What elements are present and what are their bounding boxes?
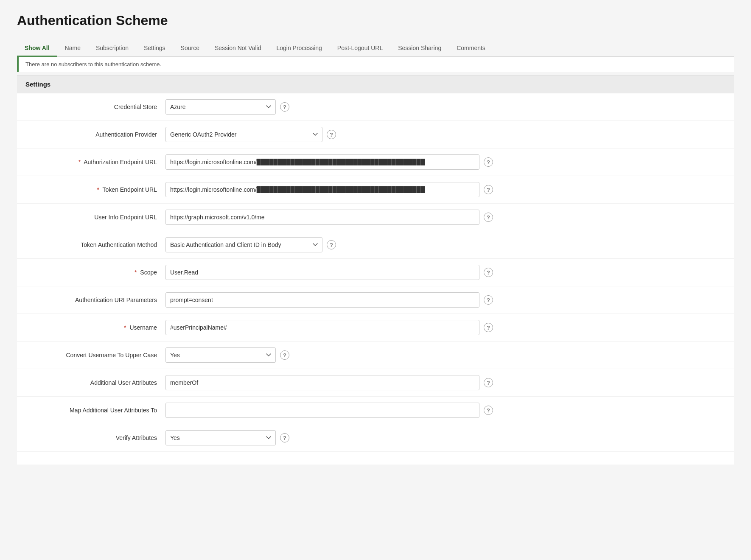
- map-additional-user-attrs-control: ?: [165, 403, 721, 418]
- convert-username-row: Convert Username To Upper Case Yes No ?: [17, 342, 734, 369]
- token-auth-method-help-icon[interactable]: ?: [327, 240, 336, 249]
- required-star-4: *: [124, 324, 126, 331]
- notice-text: There are no subscribers to this authent…: [25, 61, 161, 67]
- credential-store-select[interactable]: Azure Local LDAP: [165, 99, 276, 115]
- additional-user-attrs-row: Additional User Attributes memberOf ?: [17, 369, 734, 397]
- credential-store-label: Credential Store: [30, 104, 165, 110]
- token-auth-method-control: Basic Authentication and Client ID in Bo…: [165, 237, 721, 252]
- credential-store-row: Credential Store Azure Local LDAP ?: [17, 93, 734, 121]
- auth-uri-params-label: Authentication URI Parameters: [30, 297, 165, 303]
- scope-label: * Scope: [30, 269, 165, 276]
- settings-form: Credential Store Azure Local LDAP ? Auth…: [17, 93, 734, 465]
- auth-provider-label: Authentication Provider: [30, 131, 165, 138]
- verify-attributes-help-icon[interactable]: ?: [280, 433, 289, 442]
- user-info-endpoint-input[interactable]: https://graph.microsoft.com/v1.0/me: [165, 210, 479, 225]
- page-container: Authentication Scheme Show All Name Subs…: [0, 0, 751, 560]
- verify-attributes-label: Verify Attributes: [30, 434, 165, 441]
- username-help-icon[interactable]: ?: [484, 323, 493, 332]
- auth-provider-control: Generic OAuth2 Provider Azure AD Google …: [165, 127, 721, 142]
- page-title: Authentication Scheme: [17, 13, 734, 28]
- auth-uri-params-help-icon[interactable]: ?: [484, 295, 493, 305]
- map-additional-user-attrs-label: Map Additional User Attributes To: [30, 407, 165, 414]
- token-endpoint-row: * Token Endpoint URL ?: [17, 176, 734, 204]
- token-endpoint-input[interactable]: [165, 182, 479, 197]
- auth-provider-help-icon[interactable]: ?: [327, 130, 336, 139]
- tab-post-logout-url[interactable]: Post-Logout URL: [330, 40, 390, 57]
- username-control: #userPrincipalName# ?: [165, 320, 721, 335]
- token-endpoint-label: * Token Endpoint URL: [30, 186, 165, 193]
- verify-attributes-select[interactable]: Yes No: [165, 430, 276, 445]
- auth-provider-row: Authentication Provider Generic OAuth2 P…: [17, 121, 734, 148]
- additional-user-attrs-input[interactable]: memberOf: [165, 375, 479, 390]
- token-endpoint-input-container: [165, 182, 479, 197]
- tab-show-all[interactable]: Show All: [17, 40, 57, 57]
- auth-uri-params-row: Authentication URI Parameters prompt=con…: [17, 286, 734, 314]
- notice-bar: There are no subscribers to this authent…: [17, 57, 734, 72]
- map-additional-user-attrs-input[interactable]: [165, 403, 479, 418]
- authorization-endpoint-label: * Authorization Endpoint URL: [30, 159, 165, 165]
- scope-input[interactable]: User.Read: [165, 265, 479, 280]
- scope-control: User.Read ?: [165, 265, 721, 280]
- token-endpoint-control: ?: [165, 182, 721, 197]
- username-label: * Username: [30, 324, 165, 331]
- tab-session-sharing[interactable]: Session Sharing: [390, 40, 449, 57]
- tab-source[interactable]: Source: [173, 40, 207, 57]
- convert-username-select[interactable]: Yes No: [165, 347, 276, 363]
- required-star-2: *: [97, 186, 99, 193]
- username-row: * Username #userPrincipalName# ?: [17, 314, 734, 342]
- user-info-endpoint-help-icon[interactable]: ?: [484, 213, 493, 222]
- convert-username-label: Convert Username To Upper Case: [30, 352, 165, 358]
- username-input[interactable]: #userPrincipalName#: [165, 320, 479, 335]
- verify-attributes-control: Yes No ?: [165, 430, 721, 445]
- token-auth-method-select[interactable]: Basic Authentication and Client ID in Bo…: [165, 237, 322, 252]
- tab-session-not-valid[interactable]: Session Not Valid: [207, 40, 269, 57]
- credential-store-control: Azure Local LDAP ?: [165, 99, 721, 115]
- map-additional-user-attrs-help-icon[interactable]: ?: [484, 406, 493, 415]
- credential-store-help-icon[interactable]: ?: [280, 102, 289, 112]
- required-star: *: [78, 159, 81, 165]
- authorization-endpoint-input-container: [165, 154, 479, 170]
- convert-username-help-icon[interactable]: ?: [280, 350, 289, 360]
- additional-user-attrs-help-icon[interactable]: ?: [484, 378, 493, 387]
- map-additional-user-attrs-row: Map Additional User Attributes To ?: [17, 397, 734, 424]
- user-info-endpoint-row: User Info Endpoint URL https://graph.mic…: [17, 204, 734, 231]
- tabs-bar: Show All Name Subscription Settings Sour…: [17, 40, 734, 57]
- tab-comments[interactable]: Comments: [449, 40, 493, 57]
- auth-provider-select[interactable]: Generic OAuth2 Provider Azure AD Google: [165, 127, 322, 142]
- token-endpoint-help-icon[interactable]: ?: [484, 185, 493, 194]
- user-info-endpoint-label: User Info Endpoint URL: [30, 214, 165, 221]
- scope-help-icon[interactable]: ?: [484, 268, 493, 277]
- verify-attributes-row: Verify Attributes Yes No ?: [17, 424, 734, 452]
- authorization-endpoint-control: ?: [165, 154, 721, 170]
- required-star-3: *: [135, 269, 137, 276]
- authorization-endpoint-input[interactable]: [165, 154, 479, 170]
- convert-username-control: Yes No ?: [165, 347, 721, 363]
- auth-uri-params-input[interactable]: prompt=consent: [165, 292, 479, 308]
- user-info-endpoint-control: https://graph.microsoft.com/v1.0/me ?: [165, 210, 721, 225]
- auth-uri-params-control: prompt=consent ?: [165, 292, 721, 308]
- additional-user-attrs-control: memberOf ?: [165, 375, 721, 390]
- tab-subscription[interactable]: Subscription: [88, 40, 136, 57]
- tab-name[interactable]: Name: [57, 40, 88, 57]
- tab-login-processing[interactable]: Login Processing: [269, 40, 329, 57]
- token-auth-method-row: Token Authentication Method Basic Authen…: [17, 231, 734, 259]
- additional-user-attrs-label: Additional User Attributes: [30, 379, 165, 386]
- scope-row: * Scope User.Read ?: [17, 259, 734, 286]
- authorization-endpoint-help-icon[interactable]: ?: [484, 157, 493, 167]
- settings-section-header: Settings: [17, 75, 734, 93]
- tab-settings[interactable]: Settings: [136, 40, 173, 57]
- authorization-endpoint-row: * Authorization Endpoint URL ?: [17, 148, 734, 176]
- token-auth-method-label: Token Authentication Method: [30, 241, 165, 248]
